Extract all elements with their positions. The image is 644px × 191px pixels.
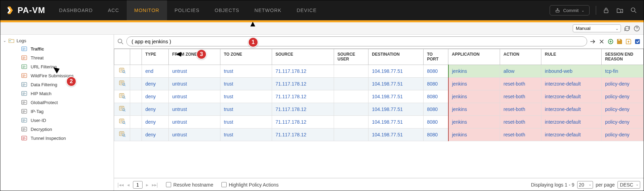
sidebar-item-decryption[interactable]: Decryption bbox=[2, 125, 112, 134]
sidebar-item-hip-match[interactable]: HIP Match bbox=[2, 89, 112, 98]
search-icon bbox=[117, 38, 124, 45]
col-header[interactable]: APPLICATION bbox=[448, 49, 500, 65]
sidebar-item-ip-tag[interactable]: IP-Tag bbox=[2, 107, 112, 116]
highlight-policy-checkbox[interactable]: Highlight Policy Actions bbox=[221, 182, 279, 188]
cell-port: 8080 bbox=[424, 65, 448, 77]
cell-su bbox=[334, 115, 368, 128]
page-input[interactable] bbox=[133, 181, 143, 189]
add-filter-icon[interactable] bbox=[607, 38, 614, 45]
pager-last-icon[interactable]: ▸▸| bbox=[152, 182, 158, 188]
log-type-icon bbox=[21, 117, 28, 123]
sidebar-root-logs[interactable]: ⌄ Logs bbox=[2, 37, 112, 44]
help-icon[interactable] bbox=[633, 25, 640, 32]
col-header[interactable]: SOURCE USER bbox=[334, 49, 368, 65]
svg-rect-9 bbox=[22, 50, 24, 50]
nav-monitor[interactable]: MONITOR bbox=[127, 0, 167, 20]
svg-rect-45 bbox=[22, 130, 24, 131]
lock-icon[interactable] bbox=[602, 7, 610, 14]
row-detail-button[interactable] bbox=[114, 65, 130, 77]
sidebar-item-tunnel-inspection[interactable]: Tunnel Inspection bbox=[2, 134, 112, 143]
perpage-select[interactable]: 20 ⌄ bbox=[577, 181, 593, 189]
row-detail-button[interactable] bbox=[114, 103, 130, 115]
log-type-icon bbox=[21, 55, 28, 61]
table-row[interactable]: enduntrusttrust71.117.178.12104.198.77.5… bbox=[114, 65, 644, 77]
nav-dashboard[interactable]: DASHBOARD bbox=[52, 0, 101, 20]
pager-first-icon[interactable]: |◂◂ bbox=[117, 182, 124, 188]
table-row[interactable]: denyuntrusttrust71.117.178.12104.198.77.… bbox=[114, 115, 644, 128]
refresh-icon[interactable] bbox=[624, 25, 631, 32]
col-header[interactable]: SOURCE bbox=[272, 49, 334, 65]
svg-rect-44 bbox=[22, 129, 26, 130]
nav-network[interactable]: NETWORK bbox=[247, 0, 289, 20]
checkbox-icon bbox=[221, 182, 227, 187]
svg-rect-28 bbox=[22, 93, 26, 94]
cell-action: reset-both bbox=[500, 90, 541, 103]
svg-rect-16 bbox=[22, 67, 26, 67]
svg-rect-52 bbox=[618, 39, 621, 41]
svg-rect-5 bbox=[9, 41, 11, 41]
sidebar-item-globalprotect[interactable]: GlobalProtect bbox=[2, 98, 112, 107]
cell-app: jenkins bbox=[448, 115, 500, 128]
sort-select[interactable]: DESC ⌄ bbox=[617, 181, 640, 189]
sidebar-item-threat[interactable]: Threat bbox=[2, 53, 112, 62]
nav-policies[interactable]: POLICIES bbox=[167, 0, 207, 20]
cell-action: allow bbox=[500, 65, 541, 77]
col-header[interactable]: SESSION END REASON bbox=[602, 49, 644, 65]
table-row[interactable]: denyuntrusttrust71.117.178.12104.198.77.… bbox=[114, 128, 644, 141]
sidebar-item-user-id[interactable]: User-ID bbox=[2, 116, 112, 125]
nav-objects[interactable]: OBJECTS bbox=[207, 0, 247, 20]
toolbar: Manual ⌄ bbox=[0, 22, 644, 35]
row-detail-button[interactable] bbox=[114, 115, 130, 128]
perpage-label: per page bbox=[596, 182, 615, 188]
table-row[interactable]: denyuntrusttrust71.117.178.12104.198.77.… bbox=[114, 90, 644, 103]
table-row[interactable]: denyuntrusttrust71.117.178.12104.198.77.… bbox=[114, 103, 644, 115]
save-filter-icon[interactable] bbox=[616, 38, 623, 45]
sidebar-root-label: Logs bbox=[17, 38, 26, 43]
col-header[interactable]: RULE bbox=[541, 49, 602, 65]
nav-acc[interactable]: ACC bbox=[100, 0, 127, 20]
perpage-value: 20 bbox=[579, 182, 584, 188]
col-header[interactable]: TYPE bbox=[142, 49, 169, 65]
sidebar-item-label: Tunnel Inspection bbox=[31, 136, 66, 141]
pager-prev-icon[interactable]: ◂ bbox=[127, 182, 129, 188]
cell-reason: policy-deny bbox=[602, 115, 644, 128]
folder-arrow-icon[interactable] bbox=[616, 7, 624, 14]
filter-input[interactable] bbox=[126, 36, 587, 46]
col-header[interactable]: DESTINATION bbox=[368, 49, 424, 65]
cell-src: 71.117.178.12 bbox=[272, 103, 334, 115]
cell-type: end bbox=[142, 65, 169, 77]
cell-rule: interzone-default bbox=[541, 115, 602, 128]
row-blank bbox=[130, 128, 142, 141]
apply-filter-icon[interactable] bbox=[589, 38, 596, 45]
col-header[interactable] bbox=[114, 49, 130, 65]
log-table: TYPEFROM ZONETO ZONESOURCESOURCE USERDES… bbox=[114, 49, 644, 141]
svg-rect-0 bbox=[556, 10, 559, 12]
load-filter-icon[interactable] bbox=[625, 38, 632, 45]
svg-rect-80 bbox=[120, 133, 123, 133]
col-header[interactable]: TO PORT bbox=[424, 49, 448, 65]
row-detail-button[interactable] bbox=[114, 90, 130, 103]
footer-right: Displaying logs 1 - 9 20 ⌄ per page DESC… bbox=[531, 181, 640, 189]
col-header[interactable] bbox=[130, 49, 142, 65]
displaying-label: Displaying logs 1 - 9 bbox=[531, 182, 574, 188]
col-header[interactable]: ACTION bbox=[500, 49, 541, 65]
pager-next-icon[interactable]: ▸ bbox=[146, 182, 148, 188]
cell-port: 8080 bbox=[424, 128, 448, 141]
clear-filter-icon[interactable] bbox=[598, 38, 605, 45]
svg-marker-89 bbox=[176, 52, 181, 57]
highlight-policy-label: Highlight Policy Actions bbox=[229, 182, 279, 188]
resolve-hostname-checkbox[interactable]: Resolve hostname bbox=[166, 182, 213, 188]
refresh-mode-select[interactable]: Manual ⌄ bbox=[573, 24, 621, 32]
svg-rect-67 bbox=[120, 96, 122, 97]
search-icon[interactable] bbox=[630, 7, 637, 14]
row-detail-button[interactable] bbox=[114, 77, 130, 90]
nav-device[interactable]: DEVICE bbox=[289, 0, 324, 20]
commit-button[interactable]: Commit ⌄ bbox=[550, 5, 590, 15]
export-icon[interactable] bbox=[634, 38, 641, 45]
sidebar-item-label: IP-Tag bbox=[31, 109, 44, 114]
sidebar-item-traffic[interactable]: Traffic bbox=[2, 44, 112, 53]
col-header[interactable]: TO ZONE bbox=[220, 49, 272, 65]
row-detail-button[interactable] bbox=[114, 128, 130, 141]
main-area: ⌄ Logs TrafficThreatURL FilteringWildFir… bbox=[0, 35, 644, 191]
table-row[interactable]: denyuntrusttrust71.117.178.12104.198.77.… bbox=[114, 77, 644, 90]
